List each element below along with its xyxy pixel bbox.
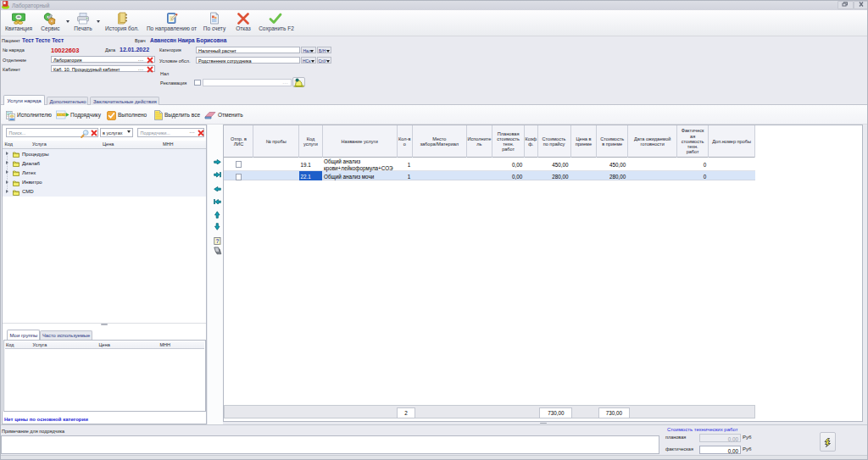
svg-text:?: ? [215,238,219,244]
